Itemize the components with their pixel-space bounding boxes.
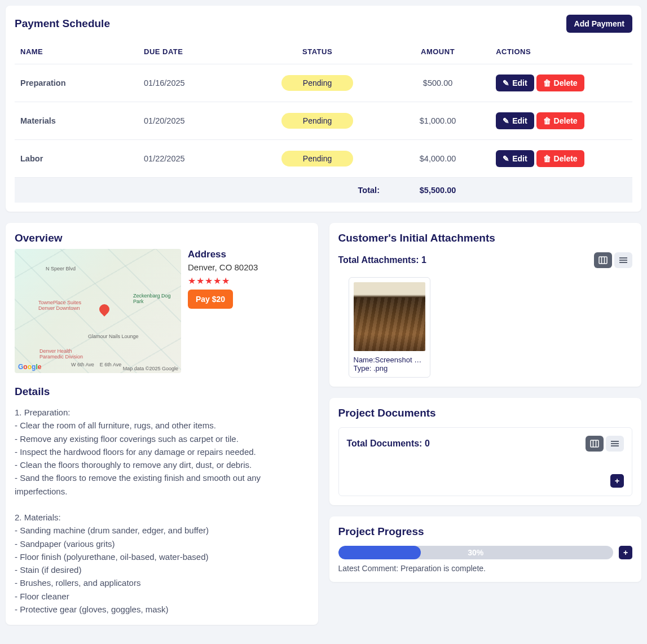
svg-rect-0	[599, 257, 607, 264]
documents-title: Project Documents	[338, 407, 633, 419]
list-icon	[610, 440, 619, 447]
list-view-button[interactable]	[614, 252, 632, 268]
total-row: Total: $5,500.00	[15, 178, 632, 203]
add-document-button[interactable]: +	[610, 474, 624, 488]
pencil-icon: ✎	[503, 78, 509, 87]
th-status: STATUS	[249, 40, 385, 64]
table-row: Labor 01/22/2025 Pending $4,000.00 ✎Edit…	[15, 140, 632, 178]
address-block: Address Denver, CO 80203 ★★★★★ Pay $20	[188, 249, 258, 373]
pencil-icon: ✎	[503, 154, 509, 163]
documents-card: Project Documents Total Documents: 0	[329, 398, 642, 505]
documents-total: Total Documents: 0	[347, 439, 430, 449]
edit-button[interactable]: ✎Edit	[496, 150, 534, 167]
payment-table: NAME DUE DATE STATUS AMOUNT ACTIONS Prep…	[15, 40, 632, 203]
plus-icon: +	[623, 548, 628, 557]
details-body: 1. Preparation: - Clear the room of all …	[15, 406, 309, 616]
delete-button[interactable]: 🗑Delete	[536, 112, 584, 129]
delete-label: Delete	[554, 154, 578, 163]
row-name: Labor	[15, 140, 138, 178]
row-amount: $1,000.00	[385, 102, 490, 140]
payment-schedule-title: Payment Schedule	[15, 17, 110, 30]
row-due: 01/20/2025	[138, 102, 249, 140]
row-amount: $4,000.00	[385, 140, 490, 178]
pay-button[interactable]: Pay $20	[188, 290, 233, 309]
edit-label: Edit	[512, 116, 527, 125]
details-heading: Details	[15, 385, 309, 398]
edit-button[interactable]: ✎Edit	[496, 112, 534, 129]
table-row: Materials 01/20/2025 Pending $1,000.00 ✎…	[15, 102, 632, 140]
progress-bar: 30%	[338, 546, 614, 559]
svg-rect-6	[591, 440, 598, 447]
documents-view-toggle	[586, 436, 624, 452]
grid-view-button[interactable]	[594, 252, 612, 268]
add-payment-button[interactable]: Add Payment	[566, 15, 632, 33]
th-name: NAME	[15, 40, 138, 64]
attachment-name-label: Name:	[354, 356, 375, 364]
list-icon	[619, 257, 628, 264]
attachments-card: Customer's Initial Attachments Total Att…	[329, 223, 642, 387]
row-due: 01/16/2025	[138, 64, 249, 102]
trash-icon: 🗑	[543, 116, 551, 125]
google-logo: Google	[18, 363, 41, 371]
attachment-type-value: .png	[373, 364, 388, 373]
th-actions: ACTIONS	[490, 40, 632, 64]
total-value: $5,500.00	[385, 178, 490, 203]
map-pin-icon	[97, 302, 111, 316]
grid-view-button[interactable]	[586, 436, 604, 452]
total-label: Total:	[249, 178, 385, 203]
attachment-item[interactable]: Name:Screenshot … Type: .png	[349, 277, 430, 378]
delete-button[interactable]: 🗑Delete	[536, 75, 584, 91]
plus-icon: +	[615, 476, 619, 485]
map-attribution: Map data ©2025 Google	[123, 366, 178, 371]
row-name: Materials	[15, 102, 138, 140]
trash-icon: 🗑	[543, 154, 551, 163]
grid-icon	[598, 256, 608, 264]
row-name: Preparation	[15, 64, 138, 102]
delete-label: Delete	[554, 78, 578, 87]
th-amount: AMOUNT	[385, 40, 490, 64]
address-heading: Address	[188, 249, 258, 260]
pay-label: Pay $20	[196, 295, 225, 304]
progress-comment: Latest Comment: Preparation is complete.	[338, 564, 633, 573]
progress-card: Project Progress 30% + Latest Comment: P…	[329, 516, 642, 582]
table-row: Preparation 01/16/2025 Pending $500.00 ✎…	[15, 64, 632, 102]
delete-button[interactable]: 🗑Delete	[536, 150, 584, 167]
address-text: Denver, CO 80203	[188, 262, 258, 272]
overview-title: Overview	[15, 232, 309, 244]
map[interactable]: N Speer Blvd Zeckenbarg Dog Park TownePl…	[15, 249, 181, 373]
row-due: 01/22/2025	[138, 140, 249, 178]
pencil-icon: ✎	[503, 116, 509, 125]
attachment-thumbnail	[354, 282, 425, 351]
edit-label: Edit	[512, 154, 527, 163]
status-badge: Pending	[281, 75, 353, 91]
th-due: DUE DATE	[138, 40, 249, 64]
grid-icon	[590, 440, 599, 448]
status-badge: Pending	[281, 151, 353, 167]
delete-label: Delete	[554, 116, 578, 125]
add-progress-button[interactable]: +	[619, 546, 632, 559]
attachment-type-label: Type:	[354, 364, 373, 373]
attachments-view-toggle	[594, 252, 632, 268]
trash-icon: 🗑	[543, 78, 551, 87]
attachments-total: Total Attachments: 1	[338, 255, 426, 265]
progress-percent: 30%	[338, 546, 614, 559]
edit-button[interactable]: ✎Edit	[496, 75, 534, 91]
list-view-button[interactable]	[606, 436, 624, 452]
edit-label: Edit	[512, 78, 527, 87]
attachments-title: Customer's Initial Attachments	[338, 232, 633, 244]
status-badge: Pending	[281, 113, 353, 129]
progress-title: Project Progress	[338, 525, 633, 538]
row-amount: $500.00	[385, 64, 490, 102]
attachment-name-value: Screenshot …	[375, 356, 421, 364]
attachment-name-row: Name:Screenshot …	[354, 356, 425, 364]
add-payment-label: Add Payment	[574, 19, 624, 28]
overview-card: Overview N Speer Blvd Zeckenbarg Dog Par…	[6, 223, 318, 625]
attachment-type-row: Type: .png	[354, 364, 425, 373]
star-rating: ★★★★★	[188, 275, 258, 286]
payment-schedule-card: Payment Schedule Add Payment NAME DUE DA…	[6, 6, 641, 212]
